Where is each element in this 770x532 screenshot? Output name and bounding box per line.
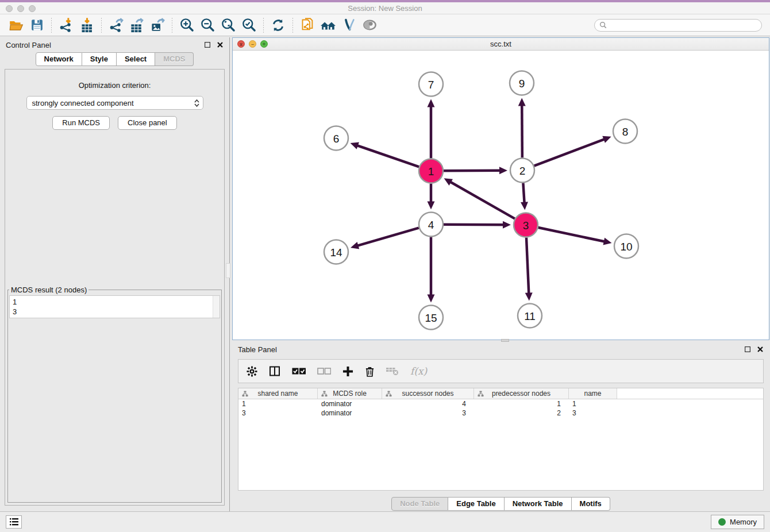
export-network-button[interactable] [106, 16, 126, 34]
splitter-grip[interactable] [226, 263, 230, 278]
minimize-window-button[interactable] [17, 5, 24, 12]
node-4[interactable]: 4 [419, 213, 443, 237]
show-columns-button[interactable] [269, 365, 280, 377]
deselect-all-columns-button[interactable] [317, 368, 331, 375]
cell-shared-name[interactable]: 1 [238, 399, 318, 408]
import-network-button[interactable] [56, 16, 76, 34]
edge-3-1[interactable] [449, 181, 515, 218]
edge-4-3[interactable] [444, 225, 505, 225]
export-image-button[interactable] [147, 16, 168, 34]
table-row[interactable]: 1dominator411 [238, 399, 763, 408]
node-label: 11 [524, 310, 536, 322]
zoom-out-button[interactable] [197, 16, 218, 34]
node-11[interactable]: 11 [518, 304, 542, 328]
node-1[interactable]: 1 [419, 159, 443, 183]
delete-table-button[interactable] [386, 367, 399, 376]
search-box[interactable] [594, 19, 762, 32]
open-session-button[interactable] [6, 16, 26, 34]
cell-predecessor-nodes[interactable]: 2 [474, 408, 569, 418]
tab-style[interactable]: Style [82, 52, 117, 66]
add-column-button[interactable] [342, 366, 353, 377]
tab-motifs[interactable]: Motifs [572, 497, 610, 511]
tab-edge-table[interactable]: Edge Table [448, 497, 504, 511]
cell-successor-nodes[interactable]: 3 [382, 408, 474, 418]
node-15[interactable]: 15 [419, 306, 443, 330]
edge-4-14[interactable] [356, 228, 419, 246]
search-input[interactable] [610, 21, 757, 29]
show-hide-button[interactable] [359, 16, 380, 34]
column-header-shared-name[interactable]: shared name [238, 388, 318, 399]
node-14[interactable]: 14 [324, 240, 348, 264]
node-3[interactable]: 3 [514, 213, 538, 237]
cell-successor-nodes[interactable]: 4 [382, 399, 474, 408]
cell-name[interactable]: 3 [569, 408, 617, 418]
criterion-select[interactable]: strongly connected component [26, 96, 203, 110]
tab-network-table[interactable]: Network Table [505, 497, 572, 511]
network-canvas[interactable]: 7968124314101511 [233, 51, 769, 340]
cell-predecessor-nodes[interactable]: 1 [474, 399, 569, 408]
select-all-columns-button[interactable] [292, 368, 306, 375]
close-window-button[interactable] [6, 5, 13, 12]
edge-1-2[interactable] [444, 171, 502, 171]
float-table-panel-button[interactable] [744, 346, 751, 353]
list-icon [10, 518, 18, 526]
node-8[interactable]: 8 [613, 119, 637, 144]
minimize-network-button[interactable]: – [249, 40, 256, 48]
tab-mcds[interactable]: MCDS [155, 52, 194, 66]
edge-arrowhead [351, 242, 359, 249]
cell-name[interactable]: 1 [569, 399, 617, 408]
node-6[interactable]: 6 [324, 126, 348, 151]
close-panel-button[interactable] [217, 41, 224, 48]
save-session-button[interactable] [26, 16, 47, 34]
import-table-button[interactable] [76, 16, 97, 34]
edge-3-10[interactable] [538, 228, 606, 242]
function-builder-button[interactable]: f(x) [410, 365, 427, 377]
zoom-window-button[interactable] [29, 5, 36, 12]
zoom-in-button[interactable] [176, 16, 197, 34]
export-table-button[interactable] [126, 16, 147, 34]
zoom-in-icon [179, 17, 195, 33]
column-header-predecessor-nodes[interactable]: predecessor nodes [474, 388, 569, 399]
column-header-MCDS-role[interactable]: MCDS role [318, 388, 382, 399]
titlebar: Session: New Session [0, 2, 770, 14]
float-panel-button[interactable] [204, 41, 211, 48]
edge-2-9[interactable] [522, 103, 522, 157]
column-header-successor-nodes[interactable]: successor nodes [382, 388, 474, 399]
zoom-network-button[interactable]: + [260, 40, 268, 48]
node-10[interactable]: 10 [614, 234, 638, 259]
table-settings-button[interactable] [247, 366, 257, 377]
table-row[interactable]: 3dominator323 [238, 408, 763, 418]
run-mcds-button[interactable]: Run MCDS [52, 116, 110, 130]
cell-MCDS-role[interactable]: dominator [318, 408, 382, 418]
edge-2-3[interactable] [523, 183, 524, 204]
delete-column-button[interactable] [365, 366, 375, 377]
edge-1-6[interactable] [356, 145, 419, 167]
column-header-name[interactable]: name [569, 388, 617, 399]
close-panel-button-mcds[interactable]: Close panel [118, 116, 177, 130]
tab-select[interactable]: Select [117, 52, 155, 66]
mcds-result-scrollbar[interactable] [213, 296, 220, 318]
memory-button[interactable]: Memory [711, 515, 764, 529]
clone-network-button[interactable] [297, 16, 318, 34]
node-7[interactable]: 7 [419, 72, 443, 97]
apply-style-button[interactable] [338, 16, 359, 34]
close-table-panel-button[interactable] [757, 346, 764, 353]
task-history-button[interactable] [6, 515, 22, 529]
close-network-button[interactable]: x [237, 40, 245, 48]
node-2[interactable]: 2 [510, 159, 534, 183]
edge-2-8[interactable] [534, 138, 606, 165]
tab-node-table[interactable]: Node Table [391, 497, 448, 511]
zoom-fit-button[interactable] [218, 16, 238, 34]
tab-network[interactable]: Network [36, 52, 82, 66]
cell-MCDS-role[interactable]: dominator [318, 399, 382, 408]
home-button[interactable] [318, 16, 338, 34]
cell-shared-name[interactable]: 3 [238, 408, 318, 418]
network-resize-grip[interactable] [501, 339, 509, 342]
network-view-titlebar[interactable]: x – + scc.txt [233, 38, 769, 51]
refresh-button[interactable] [268, 16, 288, 34]
node-9[interactable]: 9 [510, 71, 534, 95]
toolbar-separator [51, 18, 52, 33]
edge-3-11[interactable] [526, 237, 529, 295]
zoom-selected-button[interactable] [238, 16, 259, 34]
export-image-icon [150, 17, 165, 33]
